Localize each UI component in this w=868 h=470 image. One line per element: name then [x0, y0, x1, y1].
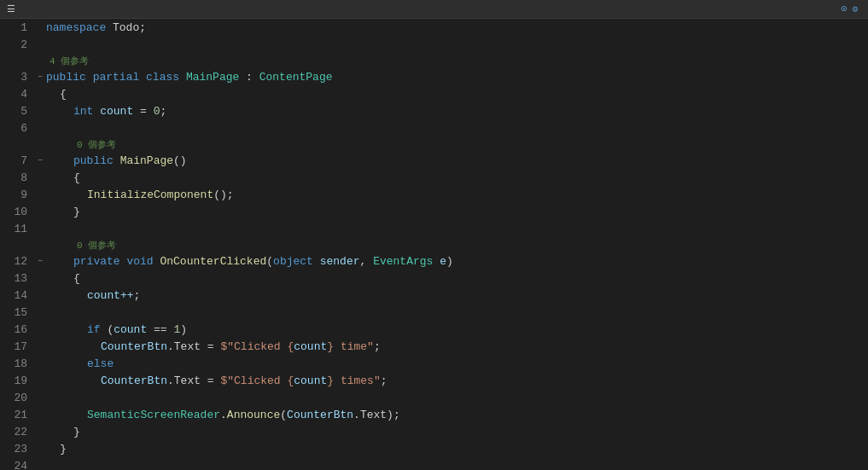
code-line-15: 15 — [0, 304, 868, 321]
code-line-10: 10} — [0, 203, 868, 220]
app-window: ☰ ⊙ ⚙ 1namespace Todo;2 4 個参考3−public pa… — [0, 0, 868, 470]
meta-line: 0 個参考 — [0, 237, 868, 252]
code-line-7: 7−public MainPage() — [0, 152, 868, 169]
code-line-3: 3−public partial class MainPage : Conten… — [0, 68, 868, 85]
code-line-22: 22} — [0, 423, 868, 440]
code-line-24: 24 — [0, 457, 868, 470]
code-line-14: 14count++; — [0, 287, 868, 304]
code-line-2: 2 — [0, 36, 868, 53]
meta-line: 0 個参考 — [0, 136, 868, 152]
code-line-16: 16if (count == 1) — [0, 321, 868, 338]
code-line-19: 19CounterBtn.Text = $"Clicked {count} ti… — [0, 372, 868, 389]
code-line-20: 20 — [0, 389, 868, 406]
code-line-1: 1namespace Todo; — [0, 19, 868, 36]
meta-line: 4 個参考 — [0, 53, 868, 68]
title-bar: ☰ ⊙ ⚙ — [0, 0, 868, 19]
code-line-21: 21SemanticScreenReader.Announce(CounterB… — [0, 406, 868, 423]
title-icon: ☰ — [7, 3, 15, 15]
code-line-18: 18else — [0, 355, 868, 372]
code-line-17: 17CounterBtn.Text = $"Clicked {count} ti… — [0, 338, 868, 355]
code-line-6: 6 — [0, 119, 868, 136]
code-line-12: 12−private void OnCounterClicked(object … — [0, 252, 868, 270]
code-line-5: 5int count = 0; — [0, 102, 868, 119]
title-bar-left: ☰ — [7, 3, 20, 15]
code-line-13: 13{ — [0, 270, 868, 287]
title-bar-right: ⊙ ⚙ — [841, 3, 861, 15]
code-line-9: 9InitializeComponent(); — [0, 186, 868, 203]
code-editor[interactable]: 1namespace Todo;2 4 個参考3−public partial … — [0, 19, 868, 470]
editor-area: 1namespace Todo;2 4 個参考3−public partial … — [0, 19, 868, 470]
code-line-4: 4{ — [0, 85, 868, 102]
tab-mainpage[interactable]: ⚙ — [852, 3, 861, 15]
chevron-icon: ⊙ — [841, 3, 847, 15]
code-line-8: 8{ — [0, 169, 868, 186]
code-line-11: 11 — [0, 220, 868, 237]
class-icon: ⚙ — [852, 3, 858, 15]
lines-container: 1namespace Todo;2 4 個参考3−public partial … — [0, 19, 868, 470]
code-line-23: 23} — [0, 440, 868, 457]
